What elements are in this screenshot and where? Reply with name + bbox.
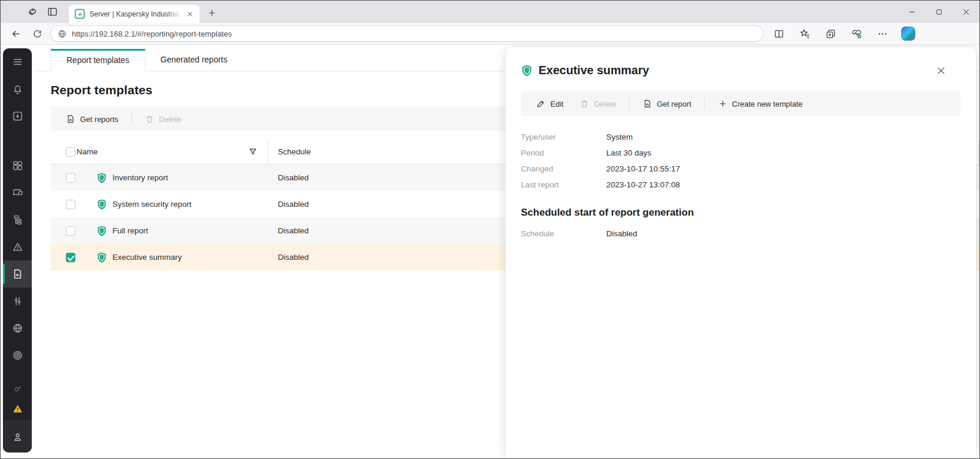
toolbar-separator: [705, 98, 705, 110]
get-report-button[interactable]: Get report: [636, 95, 699, 113]
detail-label: Changed: [521, 164, 606, 173]
shield-icon: [97, 225, 107, 237]
tab-actions-icon[interactable]: [46, 6, 58, 18]
schedule-row: Schedule Disabled: [521, 226, 961, 242]
close-panel-icon[interactable]: [935, 64, 948, 77]
get-report-label: Get report: [657, 100, 692, 108]
detail-row: Period Last 30 days: [521, 145, 961, 161]
tab-title: Server | Kaspersky Industrial Cybe: [89, 10, 181, 18]
template-schedule: Disabled: [278, 173, 309, 182]
name-filter-funnel-icon[interactable]: [248, 147, 257, 156]
edit-button[interactable]: Edit: [529, 95, 570, 113]
detail-row: Type/user System: [521, 129, 961, 145]
browser-essentials-icon[interactable]: [849, 25, 863, 42]
template-details: Type/user System Period Last 30 days Cha…: [521, 129, 961, 193]
menu-icon[interactable]: [3, 48, 32, 75]
detail-label: Period: [521, 148, 606, 157]
panel-title: Executive summary: [539, 64, 929, 77]
split-screen-icon[interactable]: [772, 25, 786, 42]
site-info-globe-icon[interactable]: [58, 29, 67, 38]
workspaces-icon[interactable]: [26, 6, 38, 18]
schedule-label: Schedule: [521, 229, 606, 238]
detail-panel: Executive summary Edit Delete Get repor: [506, 47, 976, 458]
shield-icon: [521, 64, 533, 77]
refresh-icon[interactable]: [29, 25, 45, 42]
detail-label: Type/user: [521, 133, 606, 141]
copilot-icon[interactable]: [901, 27, 915, 41]
back-icon[interactable]: [8, 25, 24, 42]
detail-label: Last report: [521, 180, 606, 189]
template-schedule: Disabled: [278, 253, 309, 262]
browser-navbar: https://192.168.2.1/#/reporting/report-t…: [1, 23, 979, 45]
site-favicon: [75, 9, 85, 19]
template-name: System security report: [112, 200, 191, 209]
shield-icon: [97, 172, 107, 184]
new-tab-button[interactable]: [204, 5, 220, 21]
close-window-button[interactable]: [952, 1, 979, 23]
column-header-name: Name: [77, 147, 248, 156]
events-warning-icon[interactable]: [3, 233, 32, 260]
license-warning-icon[interactable]: [3, 397, 32, 421]
dashboard-grid-icon[interactable]: [3, 152, 32, 179]
partial-key-icon[interactable]: [3, 379, 32, 397]
browser-titlebar: Server | Kaspersky Industrial Cybe: [1, 1, 979, 23]
audit-target-icon[interactable]: [3, 342, 32, 369]
panel-delete-label: Delete: [594, 100, 616, 108]
template-name: Executive summary: [112, 253, 182, 262]
template-name: Inventory report: [112, 173, 168, 182]
downloads-tray-icon[interactable]: [3, 103, 32, 130]
network-map-globe-icon[interactable]: [3, 315, 32, 342]
row-checkbox[interactable]: [66, 226, 75, 236]
reports-document-icon[interactable]: [3, 260, 32, 288]
get-reports-button[interactable]: Get reports: [59, 110, 125, 128]
detail-row: Changed 2023-10-17 10:55:17: [521, 161, 961, 177]
url-text: https://192.168.2.1/#/reporting/report-t…: [72, 29, 232, 38]
template-schedule: Disabled: [278, 226, 309, 235]
get-reports-label: Get reports: [80, 115, 118, 124]
detail-value: Last 30 days: [606, 148, 961, 157]
edit-label: Edit: [550, 100, 563, 108]
browser-window: Server | Kaspersky Industrial Cybe: [0, 0, 980, 459]
schedule-section-title: Scheduled start of report generation: [521, 207, 961, 219]
maximize-button[interactable]: [925, 1, 952, 23]
notifications-bell-icon[interactable]: [3, 75, 32, 103]
assets-monitor-icon[interactable]: [3, 179, 32, 206]
delete-button[interactable]: Delete: [138, 110, 188, 128]
tab-close-icon[interactable]: [185, 9, 195, 19]
schedule-value: Disabled: [606, 229, 961, 238]
collections-icon[interactable]: [823, 25, 838, 42]
detail-row: Last report 2023-10-27 13:07:08: [521, 177, 961, 193]
settings-sliders-icon[interactable]: [3, 288, 32, 315]
settings-ellipsis-icon[interactable]: [875, 25, 889, 42]
minimize-button[interactable]: [898, 1, 925, 23]
favorites-star-icon[interactable]: [798, 25, 812, 42]
select-all-checkbox[interactable]: [66, 147, 75, 157]
tab-generated-reports[interactable]: Generated reports: [145, 49, 243, 71]
shield-icon: [97, 199, 107, 210]
delete-label: Delete: [159, 115, 181, 124]
app-sidebar: [3, 48, 32, 453]
detail-value: 2023-10-27 13:07:08: [606, 180, 961, 189]
toolbar-separator: [131, 113, 132, 125]
browser-tab[interactable]: Server | Kaspersky Industrial Cybe: [69, 5, 200, 23]
create-new-template-button[interactable]: Create new template: [711, 95, 810, 113]
template-name: Full report: [112, 226, 148, 235]
create-new-template-label: Create new template: [732, 100, 803, 108]
detail-value: System: [606, 133, 961, 141]
row-checkbox[interactable]: [66, 173, 75, 183]
row-checkbox-checked[interactable]: [66, 253, 75, 262]
shield-icon: [97, 252, 107, 263]
toolbar-separator: [629, 98, 630, 110]
tab-report-templates[interactable]: Report templates: [51, 49, 145, 71]
detail-value: 2023-10-17 10:55:17: [606, 164, 961, 173]
address-bar[interactable]: https://192.168.2.1/#/reporting/report-t…: [50, 25, 763, 42]
network-tree-icon[interactable]: [3, 206, 32, 233]
panel-toolbar: Edit Delete Get report Create new templa…: [521, 91, 961, 116]
user-account-icon[interactable]: [3, 421, 32, 453]
row-checkbox[interactable]: [66, 200, 75, 209]
app-page: Report templates Generated reports Repor…: [1, 45, 979, 458]
template-schedule: Disabled: [278, 200, 309, 209]
panel-delete-button[interactable]: Delete: [573, 95, 623, 113]
